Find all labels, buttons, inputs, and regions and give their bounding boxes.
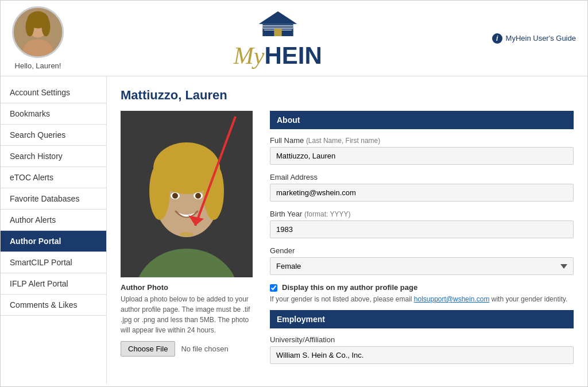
author-photo-label: Author Photo <box>121 283 258 292</box>
sidebar: Account Settings Bookmarks Search Querie… <box>1 76 107 384</box>
svg-marker-6 <box>258 11 297 24</box>
header: Hello, Lauren! My HEIN i <box>1 1 587 76</box>
form-column: About Full Name (Last Name, First name) … <box>270 111 574 372</box>
hello-greeting: Hello, Lauren! <box>15 61 61 70</box>
gender-select[interactable]: Female Male Non-binary Prefer not to say <box>270 257 574 275</box>
sidebar-item-author-portal[interactable]: Author Portal <box>1 231 106 252</box>
gender-label: Gender <box>270 246 574 255</box>
birth-year-label: Birth Year (format: YYYY) <box>270 210 574 218</box>
photo-column: Author Photo Upload a photo below to be … <box>121 111 258 372</box>
logo-my: My <box>234 42 265 69</box>
author-photo-desc: Upload a photo below to be added to your… <box>121 294 258 335</box>
sidebar-item-etoc-alerts[interactable]: eTOC Alerts <box>1 167 106 188</box>
svg-point-18 <box>149 162 170 220</box>
svg-point-24 <box>180 232 194 237</box>
info-icon[interactable]: i <box>492 33 502 44</box>
display-checkbox-label[interactable]: Display this on my author profile page <box>282 283 417 292</box>
full-name-group: Full Name (Last Name, First name) <box>270 136 574 165</box>
employment-section-header: Employment <box>270 310 574 328</box>
choose-file-row: Choose File No file chosen <box>121 341 258 357</box>
email-label: Email Address <box>270 173 574 181</box>
sidebar-item-comments-likes[interactable]: Comments & Likes <box>1 295 106 316</box>
svg-point-19 <box>203 162 224 220</box>
svg-point-21 <box>172 193 178 199</box>
hein-logo-icon <box>255 7 301 42</box>
birth-year-group: Birth Year (format: YYYY) <box>270 210 574 238</box>
svg-point-4 <box>26 17 34 37</box>
page-title: Mattiuzzo, Lauren <box>121 88 574 103</box>
sidebar-item-account-settings[interactable]: Account Settings <box>1 82 106 103</box>
logo: My HEIN <box>234 7 322 69</box>
svg-point-23 <box>195 193 201 199</box>
sidebar-item-bookmarks[interactable]: Bookmarks <box>1 103 106 125</box>
sidebar-item-search-history[interactable]: Search History <box>1 146 106 167</box>
full-name-label: Full Name (Last Name, First name) <box>270 136 574 145</box>
university-group: University/Affiliation <box>270 335 574 364</box>
sidebar-item-smartcilp-portal[interactable]: SmartCILP Portal <box>1 252 106 273</box>
birth-year-input[interactable] <box>270 220 574 238</box>
main-content: Account Settings Bookmarks Search Querie… <box>1 76 587 384</box>
gender-group: Gender Female Male Non-binary Prefer not… <box>270 246 574 275</box>
svg-rect-12 <box>274 28 281 36</box>
sidebar-item-iflp-alert-portal[interactable]: IFLP Alert Portal <box>1 273 106 295</box>
svg-point-5 <box>42 17 51 37</box>
avatar <box>12 6 64 58</box>
user-avatar-section: Hello, Lauren! <box>12 6 64 70</box>
display-checkbox[interactable] <box>270 284 277 292</box>
about-section-header: About <box>270 111 574 129</box>
gender-email-link[interactable]: holsupport@wshein.com <box>414 295 490 303</box>
sidebar-item-search-queries[interactable]: Search Queries <box>1 125 106 146</box>
content-columns: Author Photo Upload a photo below to be … <box>121 111 574 372</box>
user-guide-link[interactable]: MyHein User's Guide <box>506 34 576 42</box>
display-checkbox-row: Display this on my author profile page <box>270 283 574 292</box>
content-area: Mattiuzzo, Lauren <box>107 76 587 384</box>
no-file-label: No file chosen <box>181 345 228 353</box>
choose-file-button[interactable]: Choose File <box>121 341 175 357</box>
sidebar-item-author-alerts[interactable]: Author Alerts <box>1 210 106 231</box>
email-group: Email Address <box>270 173 574 202</box>
email-input[interactable] <box>270 184 574 202</box>
university-input[interactable] <box>270 346 574 364</box>
sidebar-item-favorite-databases[interactable]: Favorite Databases <box>1 188 106 210</box>
user-guide-section[interactable]: i MyHein User's Guide <box>492 33 576 44</box>
logo-hein: HEIN <box>264 42 322 69</box>
full-name-input[interactable] <box>270 147 574 165</box>
profile-photo <box>121 111 253 277</box>
gender-note: If your gender is not listed above, plea… <box>270 295 574 303</box>
logo-text: My HEIN <box>234 42 322 69</box>
university-label: University/Affiliation <box>270 335 574 344</box>
